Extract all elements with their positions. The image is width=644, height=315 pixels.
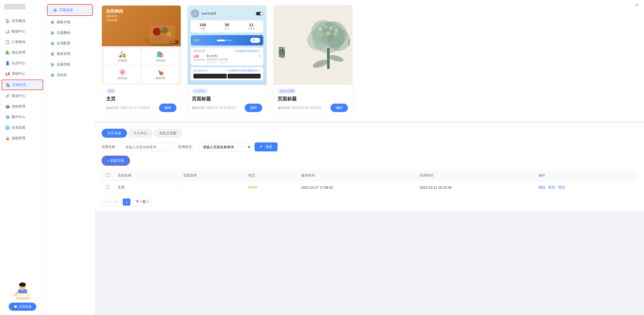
- sidebar-item-data[interactable]: 📊 数据中心: [0, 26, 45, 37]
- marketing-icon: 📢: [5, 72, 10, 76]
- sidebar-item-label: 商品管理: [12, 50, 25, 55]
- action-copy[interactable]: 复制: [548, 185, 555, 189]
- sub-item-label: 主题颜色: [57, 30, 70, 35]
- card-info-custom: 自定义页面 页面标题 修改时间: 2023-10-16 23:27:56 编辑: [273, 85, 352, 116]
- sidebar-item-label: 店铺设置: [12, 82, 26, 87]
- svg-point-15: [307, 29, 328, 50]
- sub-item-template[interactable]: ⚙️ 模板市场: [45, 17, 95, 27]
- page-1-button[interactable]: 1: [123, 198, 130, 206]
- col-applied: 应用时间: [415, 170, 534, 181]
- status-badge: 应用中: [248, 186, 258, 189]
- gear-icon-6: ⚙️: [50, 63, 55, 67]
- tab-personal[interactable]: 个人中心: [128, 129, 153, 138]
- sidebar-item-products[interactable]: 🛍️ 商品管理: [0, 47, 45, 58]
- card-info-member: 个人中心 页面标题 修改时间: 2023-10-15 22:35:37 编辑: [188, 85, 266, 116]
- svg-point-26: [328, 54, 344, 63]
- svg-point-9: [153, 28, 161, 36]
- sub-item-page-decor[interactable]: ⚙️ 页面装修: [48, 5, 92, 15]
- card-time-home: 修改时间: 2023-10-17 17:08:52: [106, 106, 150, 110]
- sidebar-item-orders[interactable]: 📋 订单查询: [0, 37, 45, 47]
- orders-icon: 📋: [5, 40, 10, 44]
- sidebar-item-home[interactable]: 🏠 首页概况: [0, 16, 45, 26]
- sidebar-item-hardware[interactable]: ⚙️ 硬件中心: [0, 112, 45, 122]
- col-status: 状态: [244, 170, 297, 181]
- sub-item-label: 页面装修: [59, 8, 73, 12]
- card-preview-member: J Jack马老师 100 步骤: [188, 6, 266, 85]
- channel-icon: 🔗: [5, 94, 10, 98]
- data-icon: 📊: [5, 29, 10, 34]
- search-button[interactable]: 🔍 搜索: [255, 142, 278, 151]
- sidebar-item-purchase[interactable]: 📦 进销管理: [0, 101, 45, 112]
- svg-rect-24: [327, 48, 330, 69]
- page-name-input[interactable]: [122, 143, 175, 151]
- preview-cards-section: 别买烤肉 我家烤肉 新鲜到家 138+: [95, 0, 644, 121]
- sub-item-theme[interactable]: ⚙️ 主题颜色: [45, 27, 95, 38]
- sidebar-item-label: 全局设置: [12, 125, 25, 130]
- sidebar-item-label: 连锁管理: [12, 136, 25, 141]
- new-page-button[interactable]: + 新建页面: [102, 156, 130, 166]
- col-description: 页面说明: [179, 170, 244, 181]
- row-actions: 编辑 复制 预览: [534, 181, 638, 194]
- filter-row: 页面名称： 应用状态： 请输入页面名称查询 🔍 搜索: [102, 142, 638, 151]
- sidebar-item-members[interactable]: 👤 会员中心: [0, 58, 45, 68]
- prev-page-button[interactable]: < 上一页: [102, 198, 121, 206]
- sidebar-nav: 🏠 首页概况 📊 数据中心 📋 订单查询 🛍️ 商品管理 👤 会员中心 📢 营销…: [0, 13, 45, 277]
- sub-item-nav[interactable]: ⚙️ 店铺导航: [45, 59, 95, 70]
- sidebar-item-chain[interactable]: 🔒 连锁管理: [0, 133, 45, 143]
- edit-btn-custom[interactable]: 编辑: [330, 104, 348, 112]
- sidebar-item-channel[interactable]: 🔗 渠道中心: [0, 91, 45, 101]
- card-meta-member: 修改时间: 2023-10-15 22:35:37 编辑: [192, 104, 262, 112]
- edit-btn-home[interactable]: 编辑: [159, 104, 176, 112]
- sidebar-item-store[interactable]: 🏪 店铺设置: [2, 80, 43, 90]
- status-select[interactable]: 请输入页面名称查询: [198, 143, 251, 151]
- svg-point-18: [324, 25, 328, 29]
- card-title-custom: 页面标题: [278, 96, 348, 102]
- col-actions: 操作: [534, 170, 638, 181]
- card-meta-custom: 修改时间: 2023-10-16 23:27:56 编辑: [278, 104, 348, 112]
- svg-point-19: [329, 26, 333, 30]
- sidebar-item-global[interactable]: 🌐 全局设置: [0, 122, 45, 133]
- svg-point-11: [166, 32, 171, 37]
- card-tag-member: 个人中心: [192, 89, 208, 94]
- gear-icon-1: ⚙️: [53, 8, 57, 12]
- next-page-button[interactable]: 下一页 >: [133, 198, 152, 206]
- data-table: 页面名称 页面说明 状态 修改时间 应用时间 操作 主页 - 应用中: [102, 170, 638, 194]
- col-page-name: 页面名称: [114, 170, 179, 181]
- service-icon: 💬: [13, 305, 17, 309]
- table-header-checkbox: [102, 170, 114, 181]
- card-preview-custom: 预约活动 红花花卉 优惠活动: [273, 6, 352, 85]
- sub-item-material[interactable]: ⚙️ 素材管理: [45, 49, 95, 59]
- top-right-user: JK: [635, 3, 639, 7]
- main-content: JK 别买烤肉 我家烤肉 新鲜到家 138+: [95, 0, 644, 315]
- sub-item-label: 启动页: [57, 73, 67, 77]
- pagination: < 上一页 1 下一页 >: [102, 198, 638, 206]
- sub-sidebar: ⚙️ 页面装修 ⚙️ 模板市场 ⚙️ 主题颜色 ⚙️ 全局配置 ⚙️ 素材管理 …: [45, 0, 95, 315]
- svg-point-17: [318, 27, 323, 31]
- sidebar-item-label: 订单查询: [12, 40, 25, 44]
- food-image-svg: [144, 20, 181, 46]
- card-tag-home: 首页: [106, 89, 116, 94]
- online-service-button[interactable]: 💬 在线客服: [9, 303, 36, 311]
- row-checkbox-cell: [102, 181, 114, 194]
- sidebar-item-marketing[interactable]: 📢 营销中心: [0, 68, 45, 79]
- svg-point-21: [320, 33, 324, 36]
- action-preview[interactable]: 预览: [558, 185, 565, 189]
- page-card-custom: 预约活动 红花花卉 优惠活动 自定义页面 页面标题 修改时间: 2023-10-…: [273, 5, 352, 116]
- select-all-checkbox[interactable]: [106, 173, 109, 177]
- tab-home-decor[interactable]: 首页装修: [102, 129, 127, 138]
- online-service-label: 在线客服: [19, 304, 31, 309]
- row-page-name: 主页: [114, 181, 179, 194]
- sub-item-global-config[interactable]: ⚙️ 全局配置: [45, 38, 95, 49]
- row-checkbox[interactable]: [106, 185, 109, 189]
- svg-point-25: [312, 58, 329, 69]
- gear-icon-5: ⚙️: [50, 52, 55, 56]
- sidebar-item-label: 首页概况: [12, 18, 25, 23]
- action-edit[interactable]: 编辑: [538, 185, 545, 189]
- svg-point-22: [326, 31, 330, 35]
- edit-btn-member[interactable]: 编辑: [245, 104, 262, 112]
- tab-custom-page[interactable]: 自定义页面: [153, 129, 182, 138]
- sidebar-item-label: 会员中心: [12, 61, 25, 66]
- gear-icon-7: ⚙️: [50, 73, 55, 77]
- svg-point-20: [334, 29, 338, 33]
- sub-item-startup[interactable]: ⚙️ 启动页: [45, 70, 95, 80]
